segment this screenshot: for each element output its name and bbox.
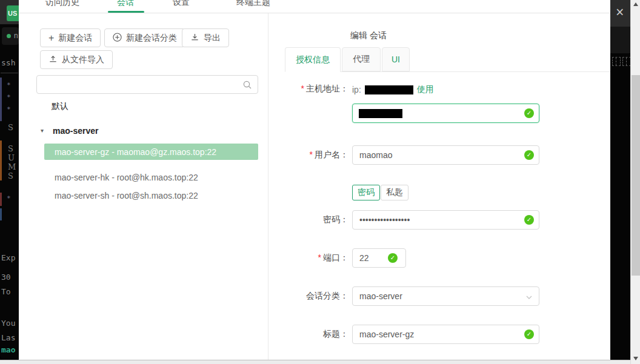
- page-scrollbar[interactable]: [630, 0, 640, 364]
- session-search-input[interactable]: [43, 77, 237, 92]
- tab-visit-history[interactable]: 访问历史: [45, 0, 79, 8]
- triangle-up-icon: [633, 2, 638, 6]
- export-label: 导出: [204, 33, 221, 44]
- terminal-background-left: US n ssh * * * S S U M S * Exp 30 To You…: [0, 0, 19, 360]
- redacted-ip-value: [365, 85, 413, 94]
- download-icon: [190, 33, 199, 44]
- new-session-label: 新建会话: [58, 33, 92, 44]
- auth-password-toggle[interactable]: 密码: [352, 185, 380, 200]
- username-row: *用户名： ✓: [269, 145, 539, 165]
- required-mark: *: [301, 84, 304, 93]
- session-item[interactable]: mao-server-hk - root@hk.maos.top:22: [44, 169, 258, 185]
- terminal-text: Las: [1, 333, 15, 342]
- caret-down-icon[interactable]: ▾: [41, 127, 44, 134]
- terminal-text: S: [8, 171, 13, 180]
- terminal-tab-label: n: [14, 31, 18, 40]
- terminal-text: You: [1, 319, 15, 328]
- category-label: 会话分类：: [269, 291, 348, 302]
- password-input[interactable]: [352, 210, 539, 230]
- tab-sessions[interactable]: 会话: [117, 0, 134, 8]
- terminal-header-block: [610, 27, 630, 53]
- check-icon: ✓: [388, 253, 398, 263]
- terminal-prompt-text: mao: [1, 345, 15, 354]
- title-label: 标题：: [269, 329, 348, 340]
- session-search-box: [36, 75, 258, 94]
- scrollbar-thumb[interactable]: [632, 75, 640, 276]
- session-list-panel: + 新建会话 新建会话分类 导出 从文件导入 默认 ▾ mao-server: [19, 13, 268, 360]
- redacted-host-value: [359, 109, 402, 118]
- window-bottom-edge: [0, 360, 630, 364]
- new-session-category-button[interactable]: 新建会话分类: [104, 28, 185, 47]
- terminal-color-sliver: [0, 78, 2, 121]
- category-row: 会话分类： mao-server: [269, 286, 539, 306]
- session-item-selected[interactable]: mao-server-gz - maomao@gz.maos.top:22: [44, 144, 258, 160]
- new-session-category-label: 新建会话分类: [126, 33, 177, 44]
- plus-circle-icon: [113, 33, 122, 44]
- terminal-text: M: [8, 162, 16, 171]
- session-category-select[interactable]: mao-server: [352, 286, 539, 306]
- tree-group-mao-server[interactable]: mao-server: [53, 126, 99, 136]
- close-icon[interactable]: ×: [616, 4, 624, 21]
- required-mark: *: [310, 150, 313, 159]
- chevron-down-icon: [525, 293, 533, 303]
- terminal-tab-status-dot: [7, 34, 11, 38]
- check-icon: ✓: [524, 150, 534, 160]
- terminal-text: *: [7, 105, 11, 113]
- tab-auth-info[interactable]: 授权信息: [285, 47, 341, 72]
- host-input-row: ✓: [269, 104, 539, 123]
- terminal-color-sliver: [0, 141, 2, 180]
- scroll-up-button[interactable]: [631, 0, 640, 8]
- panel-title: 编辑 会话: [350, 30, 387, 41]
- terminal-text: To: [1, 287, 11, 296]
- host-label: *主机地址：: [269, 84, 348, 96]
- tab-terminal-theme[interactable]: 终端主题: [236, 0, 270, 8]
- import-from-file-button[interactable]: 从文件导入: [40, 50, 113, 69]
- username-label: *用户名：: [269, 150, 348, 160]
- terminal-text: *: [7, 81, 11, 89]
- settings-modal: 访问历史 会话 设置 终端主题 + 新建会话 新建会话分类 导出 从文件导入: [19, 0, 610, 360]
- terminal-text: *: [7, 93, 11, 101]
- terminal-color-sliver: [0, 208, 2, 220]
- terminal-tab[interactable]: n: [2, 27, 19, 45]
- triangle-down-icon: [633, 357, 638, 360]
- category-selected-value: mao-server: [359, 291, 402, 301]
- scroll-down-button[interactable]: [631, 354, 640, 363]
- tab-ui[interactable]: UI: [382, 47, 410, 71]
- new-session-button[interactable]: + 新建会话: [40, 28, 101, 47]
- auth-type-row: 密码 私匙: [269, 185, 408, 200]
- password-row: 密码： ✓: [269, 210, 539, 230]
- plus-icon: +: [48, 33, 54, 43]
- terminal-text: S: [8, 144, 13, 153]
- app-window: US n ssh * * * S S U M S * Exp 30 To You…: [0, 0, 640, 364]
- use-ip-link[interactable]: 使用: [417, 84, 434, 95]
- port-row: *端口： ✓: [269, 248, 406, 268]
- auth-private-key-toggle[interactable]: 私匙: [381, 185, 408, 200]
- settings-tab-bar: 访问历史 会话 设置 终端主题: [19, 0, 610, 13]
- tree-node-default[interactable]: 默认: [52, 101, 68, 112]
- terminal-color-sliver: [0, 193, 2, 206]
- host-hint-row: *主机地址： ip: 使用: [269, 84, 434, 96]
- search-icon: [242, 80, 252, 92]
- username-input[interactable]: [352, 145, 539, 165]
- app-logo: US: [7, 5, 19, 21]
- split-layout-icon[interactable]: [612, 57, 621, 66]
- active-tab-underline: [108, 11, 144, 13]
- check-icon: ✓: [524, 215, 534, 225]
- split-layout-icon[interactable]: [622, 57, 630, 66]
- session-item[interactable]: mao-server-sh - root@sh.maos.top:22: [44, 187, 258, 204]
- host-address-input[interactable]: [352, 104, 539, 123]
- required-mark: *: [318, 253, 321, 262]
- port-label: *端口：: [269, 253, 348, 263]
- import-from-file-label: 从文件导入: [62, 55, 104, 65]
- terminal-background-right: ×: [610, 0, 630, 360]
- tab-proxy[interactable]: 代理: [342, 47, 381, 71]
- port-input[interactable]: [352, 248, 406, 268]
- title-input[interactable]: [352, 325, 539, 344]
- terminal-divider: [1, 73, 18, 73]
- form-tab-bar: 授权信息 代理 UI: [285, 47, 610, 72]
- export-button[interactable]: 导出: [182, 28, 229, 47]
- terminal-text: 30: [1, 273, 11, 282]
- tab-settings[interactable]: 设置: [173, 0, 190, 8]
- title-row: 标题： ✓: [269, 325, 539, 344]
- check-icon: ✓: [524, 329, 534, 339]
